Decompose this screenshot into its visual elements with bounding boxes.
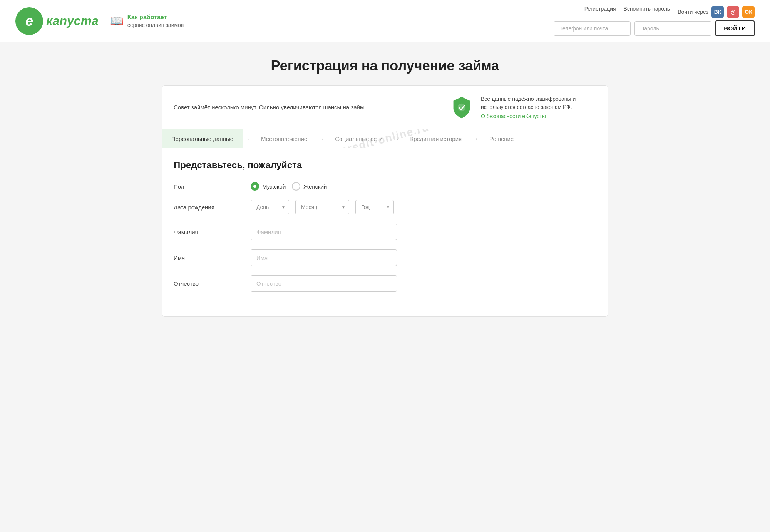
mail-login-button[interactable]: @ (727, 6, 739, 18)
arrow-3: → (393, 136, 399, 142)
gender-male-option[interactable]: Мужской (251, 182, 286, 191)
name-controls (251, 249, 596, 266)
patronymic-row: Отчество (174, 275, 596, 292)
patronymic-input[interactable] (251, 275, 397, 292)
logo-text: капуста (46, 14, 99, 28)
vk-login-button[interactable]: ВК (711, 6, 724, 18)
info-banner-left: Совет займёт несколько минут. Сильно уве… (174, 103, 365, 112)
gender-row: Пол Мужской Женский (174, 182, 596, 191)
step-tab-location[interactable]: Местоположение (252, 129, 316, 148)
gender-controls: Мужской Женский (251, 182, 596, 191)
how-it-works-link[interactable]: 📖 Как работает сервис онлайн займов (110, 13, 184, 28)
shield-icon (450, 96, 473, 119)
patronymic-label: Отчество (174, 280, 243, 287)
steps-area: Персональные данные → Местоположение → С… (162, 129, 608, 148)
info-banner-right: Все данные надёжно зашифрованы и использ… (450, 95, 596, 120)
security-text: Все данные надёжно зашифрованы и использ… (481, 95, 596, 120)
logo: e капуста (15, 7, 99, 35)
step-tab-credit[interactable]: Кредитная история (401, 129, 471, 148)
ok-login-button[interactable]: ОК (742, 6, 755, 18)
header-right: Регистрация Вспомнить пароль Войти через… (554, 6, 755, 36)
gender-male-radio[interactable] (251, 182, 259, 191)
social-login-label: Войти через (678, 9, 708, 15)
name-label: Имя (174, 254, 243, 261)
site-header: e капуста 📖 Как работает сервис онлайн з… (0, 0, 770, 42)
gender-female-option[interactable]: Женский (292, 182, 327, 191)
register-link[interactable]: Регистрация (584, 6, 616, 18)
forgot-password-link[interactable]: Вспомнить пароль (624, 6, 670, 18)
surname-label: Фамилия (174, 229, 243, 235)
book-icon: 📖 (110, 15, 124, 27)
surname-row: Фамилия (174, 224, 596, 240)
logo-icon: e (15, 7, 43, 35)
info-text-left: Совет займёт несколько минут. Сильно уве… (174, 103, 365, 112)
year-select[interactable]: Год (355, 200, 394, 214)
name-row: Имя (174, 249, 596, 266)
security-link[interactable]: О безопасности еКапусты (481, 113, 546, 119)
auth-top-links: Регистрация Вспомнить пароль Войти через… (584, 6, 755, 18)
gender-male-label: Мужской (262, 183, 286, 190)
name-input[interactable] (251, 249, 397, 266)
main-content: Регистрация на получение займа Совет зай… (154, 42, 616, 332)
month-select-wrapper: Месяц (295, 200, 349, 214)
info-banner: Совет займёт несколько минут. Сильно уве… (162, 86, 608, 129)
password-input[interactable] (634, 21, 711, 36)
security-description: Все данные надёжно зашифрованы и использ… (481, 95, 596, 111)
login-inputs: ВОЙТИ (554, 20, 755, 36)
birthdate-controls: День Месяц Год (251, 200, 596, 214)
arrow-4: → (472, 136, 479, 142)
step-tab-personal[interactable]: Персональные данные (162, 129, 243, 148)
header-left: e капуста 📖 Как работает сервис онлайн з… (15, 7, 184, 35)
step-tab-decision[interactable]: Решение (480, 129, 523, 148)
radio-inner-male (253, 185, 256, 188)
arrow-2: → (318, 136, 324, 142)
patronymic-controls (251, 275, 596, 292)
registration-form: Представьтесь, пожалуйста Пол Мужской Же… (162, 148, 608, 316)
year-select-wrapper: Год (355, 200, 394, 214)
social-login-area: Войти через ВК @ ОК (678, 6, 755, 18)
registration-card: Совет займёт несколько минут. Сильно уве… (162, 85, 608, 317)
surname-controls (251, 224, 596, 240)
surname-input[interactable] (251, 224, 397, 240)
form-subtitle: Представьтесь, пожалуйста (174, 160, 596, 171)
page-title: Регистрация на получение займа (162, 58, 608, 74)
gender-female-label: Женский (303, 183, 327, 190)
how-it-works-text: Как работает сервис онлайн займов (127, 13, 184, 28)
gender-label: Пол (174, 183, 243, 190)
phone-email-input[interactable] (554, 21, 631, 36)
gender-female-radio[interactable] (292, 182, 300, 191)
day-select-wrapper: День (251, 200, 289, 214)
month-select[interactable]: Месяц (295, 200, 349, 214)
arrow-1: → (244, 136, 250, 142)
auth-links-area: Регистрация Вспомнить пароль Войти через… (554, 6, 755, 36)
login-button[interactable]: ВОЙТИ (715, 20, 755, 36)
day-select[interactable]: День (251, 200, 289, 214)
birthdate-row: Дата рождения День Месяц Год (174, 200, 596, 214)
step-tab-social[interactable]: Социальные сети (326, 129, 392, 148)
steps-tabs: Персональные данные → Местоположение → С… (162, 129, 608, 148)
birthdate-label: Дата рождения (174, 204, 243, 211)
